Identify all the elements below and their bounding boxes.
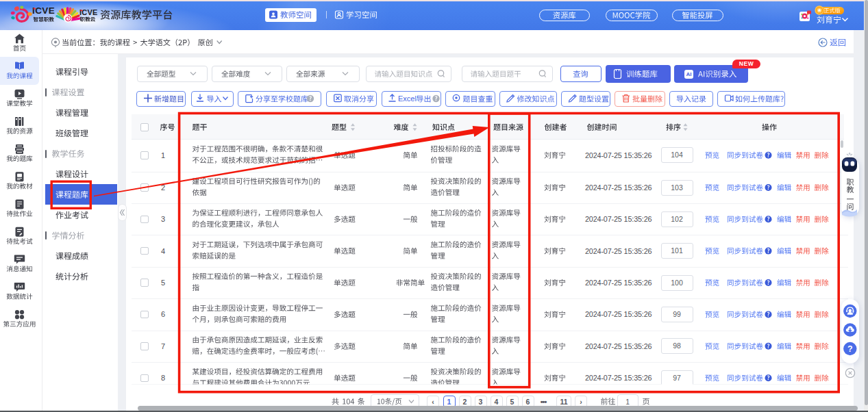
svg-text:?: ? xyxy=(847,344,853,353)
